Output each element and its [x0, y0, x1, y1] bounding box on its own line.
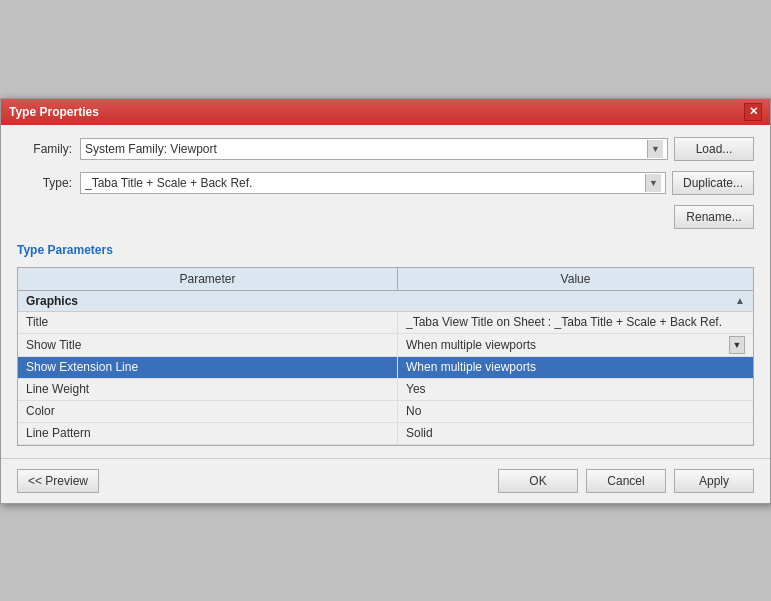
table-row[interactable]: Line Pattern Solid: [18, 423, 753, 445]
cancel-button[interactable]: Cancel: [586, 469, 666, 493]
param-color: Color: [18, 401, 398, 422]
value-title: _Taba View Title on Sheet : _Taba Title …: [398, 312, 753, 333]
value-color: No: [398, 401, 753, 422]
show-title-dropdown-arrow[interactable]: ▼: [729, 336, 745, 354]
family-combo[interactable]: System Family: Viewport ▼: [80, 138, 668, 160]
family-label: Family:: [17, 142, 72, 156]
section-title: Type Parameters: [17, 243, 754, 257]
param-line-pattern: Line Pattern: [18, 423, 398, 444]
table-header: Parameter Value: [18, 268, 753, 291]
family-combo-arrow[interactable]: ▼: [647, 140, 663, 158]
dialog-body: Family: System Family: Viewport ▼ Load..…: [1, 125, 770, 458]
param-title: Title: [18, 312, 398, 333]
value-line-weight: Yes: [398, 379, 753, 400]
type-value: _Taba Title + Scale + Back Ref.: [85, 176, 645, 190]
table-row[interactable]: Show Extension Line When multiple viewpo…: [18, 357, 753, 379]
footer-right: OK Cancel Apply: [498, 469, 754, 493]
type-input-wrap: _Taba Title + Scale + Back Ref. ▼ Duplic…: [80, 171, 754, 195]
header-parameter: Parameter: [18, 268, 398, 290]
family-input-wrap: System Family: Viewport ▼ Load...: [80, 137, 754, 161]
table-row[interactable]: Color No: [18, 401, 753, 423]
table-body: Graphics ▲ Title _Taba View Title on She…: [18, 291, 753, 445]
value-line-pattern: Solid: [398, 423, 753, 444]
type-label: Type:: [17, 176, 72, 190]
param-line-weight: Line Weight: [18, 379, 398, 400]
value-show-extension-line: When multiple viewports: [398, 357, 753, 378]
dialog-title: Type Properties: [9, 105, 99, 119]
param-show-title: Show Title: [18, 334, 398, 356]
title-bar: Type Properties ✕: [1, 99, 770, 125]
header-value: Value: [398, 268, 753, 290]
family-row: Family: System Family: Viewport ▼ Load..…: [17, 137, 754, 161]
param-show-extension-line: Show Extension Line: [18, 357, 398, 378]
type-row: Type: _Taba Title + Scale + Back Ref. ▼ …: [17, 171, 754, 195]
value-show-title[interactable]: When multiple viewports ▼: [398, 334, 753, 356]
table-row[interactable]: Show Title When multiple viewports ▼: [18, 334, 753, 357]
type-combo[interactable]: _Taba Title + Scale + Back Ref. ▼: [80, 172, 666, 194]
table-row[interactable]: Line Weight Yes: [18, 379, 753, 401]
family-value: System Family: Viewport: [85, 142, 647, 156]
parameters-table: Parameter Value Graphics ▲ Title _Taba V…: [17, 267, 754, 446]
apply-button[interactable]: Apply: [674, 469, 754, 493]
footer-left: << Preview: [17, 469, 99, 493]
rename-button[interactable]: Rename...: [674, 205, 754, 229]
load-button[interactable]: Load...: [674, 137, 754, 161]
rename-row: Rename...: [17, 205, 754, 229]
group-expand-icon[interactable]: ▲: [735, 295, 745, 306]
close-button[interactable]: ✕: [744, 103, 762, 121]
type-combo-arrow[interactable]: ▼: [645, 174, 661, 192]
group-graphics-label: Graphics: [26, 294, 78, 308]
preview-button[interactable]: << Preview: [17, 469, 99, 493]
type-properties-dialog: Type Properties ✕ Family: System Family:…: [0, 98, 771, 504]
table-row[interactable]: Title _Taba View Title on Sheet : _Taba …: [18, 312, 753, 334]
ok-button[interactable]: OK: [498, 469, 578, 493]
dialog-footer: << Preview OK Cancel Apply: [1, 458, 770, 503]
show-title-value: When multiple viewports: [406, 338, 725, 352]
duplicate-button[interactable]: Duplicate...: [672, 171, 754, 195]
group-graphics: Graphics ▲: [18, 291, 753, 312]
